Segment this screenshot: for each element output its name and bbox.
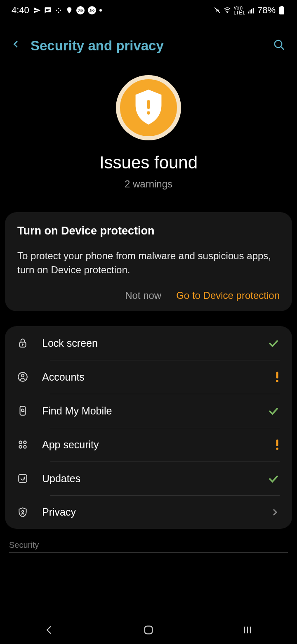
list-item-privacy[interactable]: Privacy bbox=[5, 495, 292, 529]
signal-icon bbox=[248, 7, 255, 14]
device-protection-card: Turn on Device protection To protect you… bbox=[5, 212, 292, 311]
list-label: Privacy bbox=[42, 506, 270, 518]
privacy-shield-icon bbox=[17, 507, 42, 518]
not-now-button[interactable]: Not now bbox=[125, 290, 161, 301]
svg-rect-9 bbox=[253, 8, 254, 14]
check-icon bbox=[267, 337, 280, 349]
list-label: Updates bbox=[42, 473, 267, 485]
app-header: Security and privacy bbox=[0, 21, 297, 59]
svg-point-27 bbox=[24, 441, 26, 444]
warning-icon bbox=[275, 371, 280, 383]
battery-percent: 78% bbox=[257, 5, 276, 16]
jio-icon-1: Jio bbox=[76, 6, 85, 14]
warning-icon bbox=[275, 438, 280, 451]
apps-icon bbox=[17, 439, 42, 450]
list-item-lock-screen[interactable]: Lock screen bbox=[5, 326, 292, 360]
battery-icon bbox=[278, 7, 285, 14]
chevron-right-icon bbox=[270, 507, 280, 517]
status-notification-icons: Jio Jio bbox=[33, 6, 102, 14]
search-button[interactable] bbox=[273, 39, 285, 53]
svg-line-25 bbox=[24, 411, 24, 412]
svg-rect-23 bbox=[20, 406, 26, 415]
page-title: Security and privacy bbox=[31, 38, 263, 54]
nav-back-button[interactable] bbox=[37, 624, 62, 636]
location-icon bbox=[66, 7, 73, 14]
hero-subtitle: 2 warnings bbox=[0, 178, 297, 190]
wifi-icon bbox=[224, 7, 231, 14]
svg-rect-30 bbox=[276, 440, 278, 446]
svg-rect-11 bbox=[280, 6, 283, 7]
svg-rect-7 bbox=[250, 10, 250, 14]
svg-point-14 bbox=[147, 111, 150, 114]
navigation-bar bbox=[0, 616, 297, 644]
find-mobile-icon bbox=[17, 405, 42, 416]
svg-point-20 bbox=[21, 374, 24, 377]
mute-icon bbox=[214, 7, 221, 14]
list-label: App security bbox=[42, 439, 275, 451]
list-label: Find My Mobile bbox=[42, 405, 267, 417]
svg-point-26 bbox=[19, 441, 22, 444]
back-button[interactable] bbox=[12, 37, 21, 54]
jio-icon-2: Jio bbox=[88, 6, 96, 14]
nav-recents-button[interactable] bbox=[235, 624, 260, 636]
card-title: Turn on Device protection bbox=[17, 225, 280, 237]
svg-rect-32 bbox=[19, 474, 27, 483]
check-icon bbox=[267, 405, 280, 417]
list-item-accounts[interactable]: Accounts bbox=[5, 360, 292, 394]
card-description: To protect your phone from malware and s… bbox=[17, 249, 280, 277]
svg-rect-3 bbox=[58, 12, 59, 13]
svg-rect-8 bbox=[251, 9, 252, 14]
list-label: Accounts bbox=[42, 371, 275, 383]
svg-point-28 bbox=[19, 445, 22, 448]
svg-rect-1 bbox=[58, 8, 59, 9]
more-dot-icon bbox=[99, 9, 102, 12]
list-item-app-security[interactable]: App security bbox=[5, 428, 292, 462]
svg-rect-10 bbox=[279, 7, 284, 14]
list-item-find-my-mobile[interactable]: Find My Mobile bbox=[5, 394, 292, 428]
section-header-security: Security bbox=[9, 540, 288, 553]
svg-point-33 bbox=[22, 510, 24, 512]
check-icon bbox=[267, 472, 280, 485]
svg-point-5 bbox=[227, 12, 228, 13]
slack-icon bbox=[55, 7, 62, 14]
lock-icon bbox=[17, 338, 42, 348]
svg-point-12 bbox=[275, 40, 282, 48]
nav-home-button[interactable] bbox=[136, 624, 161, 636]
hero-title: Issues found bbox=[0, 153, 297, 173]
svg-rect-34 bbox=[145, 626, 153, 634]
svg-point-31 bbox=[276, 447, 278, 450]
list-label: Lock screen bbox=[42, 337, 267, 349]
svg-rect-15 bbox=[147, 100, 150, 109]
go-to-device-protection-button[interactable]: Go to Device protection bbox=[176, 290, 280, 301]
send-icon bbox=[33, 7, 41, 14]
svg-point-29 bbox=[24, 445, 26, 448]
svg-rect-2 bbox=[60, 10, 61, 11]
status-bar: 4:40 Jio Jio Vo))LTE1 bbox=[0, 0, 297, 21]
settings-list: Lock screen Accounts Find My Mobile App … bbox=[5, 326, 292, 529]
account-icon bbox=[17, 372, 42, 382]
svg-line-4 bbox=[214, 7, 220, 13]
status-hero: Issues found 2 warnings bbox=[0, 59, 297, 202]
svg-point-22 bbox=[276, 380, 278, 382]
network-label: Vo))LTE1 bbox=[233, 5, 245, 15]
svg-rect-0 bbox=[56, 10, 57, 11]
svg-line-13 bbox=[281, 47, 284, 50]
updates-icon bbox=[17, 473, 42, 484]
list-item-updates[interactable]: Updates bbox=[5, 462, 292, 495]
message-icon bbox=[44, 7, 52, 14]
svg-rect-6 bbox=[248, 12, 249, 14]
svg-rect-21 bbox=[276, 372, 278, 379]
status-time: 4:40 bbox=[12, 5, 29, 16]
shield-warning-icon bbox=[116, 75, 181, 140]
